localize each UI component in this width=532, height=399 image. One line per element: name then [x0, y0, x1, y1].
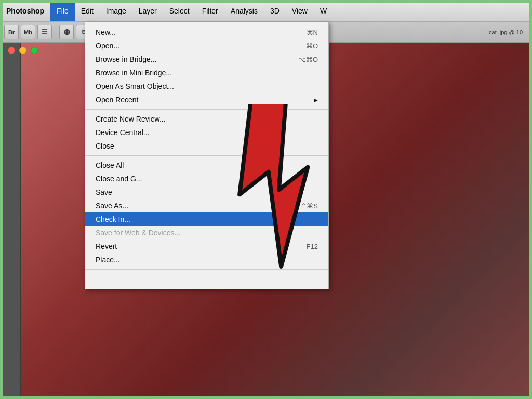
- menu-item-browse-bridge[interactable]: Browse in Bridge... ⌥⌘O: [85, 52, 328, 66]
- menu-item-device-central[interactable]: Close: [85, 139, 328, 153]
- menubar-item-view[interactable]: View: [286, 0, 314, 21]
- menu-item-new[interactable]: New... ⌘N: [85, 25, 328, 39]
- menu-item-share[interactable]: Create New Review...: [85, 112, 328, 126]
- options-button[interactable]: ☰: [37, 25, 52, 39]
- menu-item-save-as[interactable]: Check In...: [85, 212, 328, 226]
- menu-item-check-in: Save for Web & Devices...: [85, 226, 328, 240]
- menubar-item-filter[interactable]: Filter: [196, 0, 224, 21]
- menubar: Photoshop File Edit Image Layer Select F…: [0, 0, 532, 22]
- menubar-item-file[interactable]: File: [50, 0, 75, 21]
- menu-item-create-review[interactable]: Device Central...: [85, 126, 328, 139]
- traffic-lights: [8, 47, 38, 54]
- menubar-item-layer[interactable]: Layer: [132, 0, 163, 21]
- separator-1: [85, 109, 328, 110]
- menubar-item-3d[interactable]: 3D: [264, 0, 286, 21]
- file-dropdown-menu: New... ⌘N Open... ⌘O Browse in Bridge...…: [85, 22, 329, 289]
- menu-item-close[interactable]: Close All: [85, 158, 328, 172]
- menubar-item-edit[interactable]: Edit: [75, 0, 100, 21]
- bridge-button[interactable]: Br: [4, 25, 19, 39]
- menu-item-save[interactable]: Save As... ⇧⌘S: [85, 199, 328, 212]
- menu-item-open-smart[interactable]: Open As Smart Object...: [85, 79, 328, 93]
- menu-item-close-go[interactable]: Save: [85, 185, 328, 199]
- separator-3: [85, 269, 328, 270]
- menu-item-open-recent[interactable]: Open Recent ▶: [85, 93, 328, 107]
- file-info: cat .jpg @ 10: [489, 29, 528, 35]
- close-button[interactable]: [8, 47, 15, 54]
- menubar-item-analysis[interactable]: Analysis: [224, 0, 264, 21]
- separator-2: [85, 155, 328, 156]
- menu-item-place[interactable]: [85, 272, 328, 286]
- mb-button[interactable]: Mb: [21, 25, 35, 39]
- menu-item-open[interactable]: Open... ⌘O: [85, 39, 328, 52]
- menu-item-browse-mini[interactable]: Browse in Mini Bridge...: [85, 66, 328, 79]
- menu-item-save-web[interactable]: Revert F12: [85, 240, 328, 253]
- submenu-arrow-icon: ▶: [314, 97, 318, 103]
- minimize-button[interactable]: [19, 47, 26, 54]
- menu-item-close-all[interactable]: Close and G...: [85, 172, 328, 185]
- menubar-item-photoshop[interactable]: Photoshop: [0, 0, 50, 21]
- zoom-in-button[interactable]: ⊕: [59, 25, 74, 39]
- maximize-button[interactable]: [31, 47, 38, 54]
- menu-item-revert[interactable]: Place...: [85, 253, 328, 267]
- menubar-item-w[interactable]: W: [314, 0, 333, 21]
- menubar-item-select[interactable]: Select: [163, 0, 196, 21]
- menubar-item-image[interactable]: Image: [100, 0, 132, 21]
- left-panel: [0, 43, 21, 399]
